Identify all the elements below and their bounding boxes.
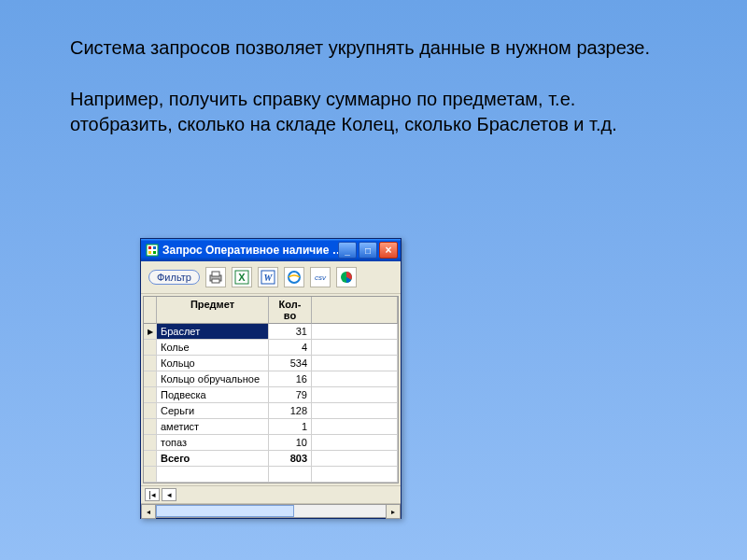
csv-icon[interactable]: csv [310, 267, 331, 287]
cell-qty[interactable]: 16 [269, 371, 312, 387]
cell-subject[interactable]: аметист [157, 419, 269, 435]
cell-subject[interactable]: Колье [157, 340, 269, 356]
cell-qty[interactable]: 10 [269, 435, 312, 451]
column-header-empty [312, 297, 398, 324]
paragraph-2: Например, получить справку суммарно по п… [70, 87, 668, 137]
paragraph-1: Система запросов позволяет укрупнять дан… [70, 35, 668, 61]
row-marker [144, 340, 157, 356]
row-marker [144, 356, 157, 371]
scroll-left-button[interactable]: ◂ [141, 504, 156, 519]
svg-rect-7 [212, 279, 219, 283]
row-marker [144, 419, 157, 435]
nav-prev-button[interactable]: ◂ [162, 488, 176, 501]
total-qty: 803 [269, 451, 312, 467]
cell-qty[interactable]: 128 [269, 403, 312, 419]
svg-rect-6 [212, 272, 219, 276]
table-row[interactable]: Кольцо534 [144, 356, 398, 371]
svg-point-12 [289, 272, 300, 283]
cell-qty[interactable]: 1 [269, 419, 312, 435]
cell-subject[interactable]: Кольцо [157, 356, 269, 371]
table-row[interactable]: Кольцо обручальное16 [144, 371, 398, 387]
nav-first-button[interactable]: |◂ [145, 488, 160, 501]
cell-qty[interactable]: 534 [269, 356, 312, 371]
table-row[interactable]: топаз10 [144, 435, 398, 451]
total-label: Всего [157, 451, 269, 467]
svg-text:csv: csv [315, 273, 327, 282]
row-marker [144, 451, 157, 467]
cell-subject[interactable]: Кольцо обручальное [157, 371, 269, 387]
table-row[interactable]: Колье4 [144, 340, 398, 356]
row-marker [144, 403, 157, 419]
svg-rect-2 [153, 246, 156, 249]
cell-subject[interactable]: Подвеска [157, 387, 269, 403]
column-header-subject[interactable]: Предмет [157, 297, 269, 324]
empty-row [144, 467, 398, 483]
row-marker [144, 387, 157, 403]
grid-header-row: Предмет Кол-во [144, 297, 398, 324]
print-icon[interactable] [205, 267, 226, 287]
table-row[interactable]: Подвеска79 [144, 387, 398, 403]
cell-qty[interactable]: 4 [269, 340, 312, 356]
slide-text: Система запросов позволяет укрупнять дан… [70, 35, 668, 163]
scroll-thumb[interactable] [156, 505, 294, 517]
column-header-qty[interactable]: Кол-во [269, 297, 312, 324]
svg-rect-1 [148, 246, 151, 249]
scroll-right-button[interactable]: ▸ [386, 504, 401, 519]
table-row[interactable]: Серьги128 [144, 403, 398, 419]
close-button[interactable]: × [379, 242, 398, 259]
data-grid: Предмет Кол-во Браслет31Колье4Кольцо534К… [143, 296, 399, 483]
svg-rect-0 [147, 245, 158, 256]
chart-icon[interactable] [336, 267, 357, 287]
cell-subject[interactable]: топаз [157, 435, 269, 451]
table-row[interactable]: Браслет31 [144, 324, 398, 340]
total-row: Всего 803 [144, 451, 398, 467]
cell-qty[interactable]: 79 [269, 387, 312, 403]
maximize-button[interactable]: □ [359, 242, 377, 259]
svg-text:W: W [264, 273, 274, 283]
row-marker [144, 324, 157, 340]
word-icon[interactable]: W [258, 267, 278, 287]
horizontal-scrollbar[interactable]: ◂ ▸ [141, 503, 401, 518]
cell-subject[interactable]: Браслет [157, 324, 269, 340]
toolbar: Фильтр X W csv [141, 261, 401, 294]
row-marker-header [144, 297, 157, 324]
table-row[interactable]: аметист1 [144, 419, 398, 435]
app-window: Запрос Оперативное наличие … _ □ × Фильт… [140, 238, 402, 519]
row-marker [144, 435, 157, 451]
minimize-button[interactable]: _ [338, 242, 357, 259]
ie-icon[interactable] [284, 267, 304, 287]
filter-button[interactable]: Фильтр [148, 270, 200, 285]
window-controls: _ □ × [338, 242, 398, 259]
svg-text:X: X [238, 272, 246, 283]
cell-qty[interactable]: 31 [269, 324, 312, 340]
cell-subject[interactable]: Серьги [157, 403, 269, 419]
row-marker [144, 371, 157, 387]
titlebar[interactable]: Запрос Оперативное наличие … _ □ × [141, 239, 401, 261]
app-icon [146, 244, 159, 257]
scroll-track[interactable] [156, 504, 386, 518]
record-navigator: |◂ ◂ [141, 485, 401, 503]
svg-rect-3 [148, 251, 151, 254]
excel-icon[interactable]: X [232, 267, 252, 287]
svg-rect-4 [153, 251, 156, 254]
window-title: Запрос Оперативное наличие … [162, 244, 338, 257]
